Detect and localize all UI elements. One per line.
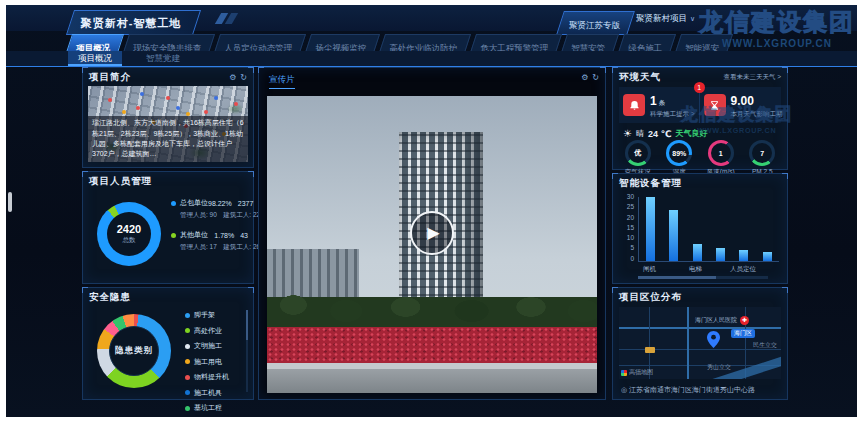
legend-item: 基坑工程 bbox=[185, 403, 229, 413]
legend-item: 施工用电 bbox=[185, 357, 229, 367]
hospital-cross-icon: ✚ bbox=[740, 316, 749, 325]
alert-label: 科学施工提示 > bbox=[650, 110, 695, 119]
weather-title: 环境天气 bbox=[619, 71, 661, 84]
road bbox=[267, 369, 597, 393]
video-tab-promo[interactable]: 宣传片 bbox=[269, 74, 295, 89]
header-bar: 聚贤新村-智慧工地 聚贤江苏专版 聚贤新村项目∨ bbox=[6, 5, 857, 31]
panel-smart-devices: 智能设备管理 302520 15105 0 闸机电梯 人员定位 bbox=[612, 173, 788, 284]
chevron-down-icon: ∨ bbox=[690, 15, 695, 22]
pin-icon: ◎ bbox=[621, 386, 627, 393]
legend-dot bbox=[185, 344, 190, 349]
weather-condition: 晴 bbox=[636, 128, 644, 139]
legend-item: 总包单位 98.22% 2377 管理人员: 90 建筑工人: 2287 bbox=[171, 198, 248, 220]
legend-scrollbar[interactable] bbox=[246, 310, 248, 392]
weather-forecast-link[interactable]: 查看未来三天天气 > bbox=[723, 73, 781, 82]
alert-badge: 1 bbox=[694, 82, 705, 93]
header-decoration bbox=[218, 13, 235, 24]
legend-dot bbox=[185, 328, 190, 333]
legend-dot bbox=[185, 390, 190, 395]
plot-area bbox=[638, 197, 779, 262]
devices-title: 智能设备管理 bbox=[619, 177, 682, 190]
bar bbox=[716, 248, 725, 261]
bar bbox=[646, 197, 655, 261]
hourglass-icon bbox=[704, 94, 726, 116]
legend-item: 其他单位 1.78% 43 管理人员: 17 建筑工人: 26 bbox=[171, 230, 248, 252]
panel-video: 宣传片 ⚙ ↻ ▶ bbox=[258, 67, 606, 400]
hospital-marker: 海门区人民医院 ✚ bbox=[695, 316, 749, 325]
hazard-legend: 脚手架 高处作业 文明施工 施工用电 物料提升机 施工机具 基坑工程 bbox=[185, 310, 229, 417]
app-title-box: 聚贤新村-智慧工地 bbox=[66, 10, 201, 35]
alarm-icon bbox=[623, 94, 645, 116]
legend-dot bbox=[171, 201, 176, 206]
personnel-donut: 2420 总数 bbox=[97, 202, 161, 266]
flower-bed bbox=[267, 327, 597, 363]
play-button[interactable]: ▶ bbox=[410, 211, 454, 255]
project-aerial-image: 瑞江路北侧、东方大道南侧，共16栋高层住宅（6栋21层、2栋23层、9栋25层）… bbox=[88, 86, 248, 162]
map-label: 秀山立交 bbox=[707, 363, 731, 372]
refresh-icon[interactable]: ↻ bbox=[592, 73, 599, 82]
marker-dots-red bbox=[108, 98, 112, 102]
legend-item: 文明施工 bbox=[185, 341, 229, 351]
device-bar-chart: 302520 15105 0 闸机电梯 人员定位 bbox=[621, 194, 779, 275]
personnel-total-label: 总数 bbox=[123, 236, 136, 245]
bar bbox=[763, 252, 772, 261]
construction-tip-tile[interactable]: 1条 科学施工提示 > 1 bbox=[619, 87, 699, 123]
impact-label: 本月天气影响工期 bbox=[731, 110, 783, 119]
legend-item: 高处作业 bbox=[185, 326, 229, 336]
y-axis: 302520 15105 0 bbox=[621, 194, 634, 262]
video-thumbnail: ▶ bbox=[267, 96, 597, 393]
weather-status: 天气良好 bbox=[675, 128, 707, 139]
intro-text: 瑞江路北侧、东方大道南侧，共16栋高层住宅（6栋21层、2栋23层、9栋25层）… bbox=[88, 116, 248, 162]
chart-scrollbar[interactable] bbox=[638, 276, 768, 279]
bar bbox=[669, 210, 678, 261]
x-axis-labels: 闸机电梯 人员定位 bbox=[638, 265, 779, 274]
legend-dot bbox=[185, 359, 190, 364]
marker-dots-blue bbox=[140, 92, 144, 96]
legend-dot bbox=[171, 233, 176, 238]
hazard-title: 安全隐患 bbox=[89, 291, 131, 304]
legend-item: 脚手架 bbox=[185, 310, 229, 320]
location-pin-icon bbox=[707, 331, 720, 352]
gauge-air: 优 空气状况 bbox=[617, 140, 659, 177]
project-selector[interactable]: 聚贤新村项目∨ bbox=[636, 13, 695, 25]
subtab-party-building[interactable]: 智慧党建 bbox=[136, 51, 190, 66]
current-weather: ☀ 晴 24 ℃ 天气良好 bbox=[623, 128, 707, 139]
gauge-humidity: 89% 湿度 bbox=[659, 140, 701, 177]
gear-icon[interactable]: ⚙ bbox=[229, 73, 236, 82]
legend-dot bbox=[185, 313, 190, 318]
map-attribution: 高德地图 bbox=[621, 368, 653, 377]
amap-logo bbox=[621, 370, 627, 376]
tree-line bbox=[267, 289, 597, 329]
map-label: 民生立交 bbox=[753, 341, 777, 350]
sub-tab-bar: 项目概况 智慧党建 bbox=[6, 51, 857, 67]
hazard-donut: 隐患类别 bbox=[97, 314, 171, 388]
district-road-label: 海门区 bbox=[731, 329, 755, 338]
project-address: ◎江苏省南通市海门区海门街道秀山中心路 bbox=[621, 385, 783, 395]
map[interactable]: 海门区人民医院 ✚ 海门区 秀山立交 民生立交 高德地图 bbox=[619, 307, 781, 379]
panel-location-map: 项目区位分布 海门区人民医院 ✚ 海门区 秀山立交 民生立交 高德地图 ◎江苏省… bbox=[612, 287, 788, 400]
dashboard: 聚贤新村-智慧工地 聚贤江苏专版 聚贤新村项目∨ 项目概况 现场安全隐患排查 人… bbox=[6, 5, 857, 417]
subtab-project-overview[interactable]: 项目概况 bbox=[68, 51, 122, 66]
play-icon: ▶ bbox=[427, 223, 439, 242]
hazard-center-label: 隐患类别 bbox=[115, 345, 153, 357]
road-number-badge bbox=[645, 347, 655, 353]
gear-icon[interactable]: ⚙ bbox=[581, 73, 588, 82]
panel-safety-hazard: 安全隐患 隐患类别 脚手架 高处作业 文明施工 施工用电 物料提升机 施工机具 … bbox=[82, 287, 254, 400]
legend-item: 物料提升机 bbox=[185, 372, 229, 382]
legend-item: 施工机具 bbox=[185, 388, 229, 398]
temperature: 24 ℃ bbox=[648, 129, 671, 139]
gauge-wind: 1 风速(m/s) bbox=[700, 140, 742, 177]
left-scrollbar-handle[interactable] bbox=[8, 192, 12, 212]
sun-icon: ☀ bbox=[623, 128, 632, 139]
personnel-title: 项目人员管理 bbox=[89, 175, 152, 188]
weather-impact-tile: 9.00 本月天气影响工期 bbox=[699, 87, 787, 123]
intro-title: 项目简介 bbox=[89, 71, 131, 84]
weather-tiles: 1条 科学施工提示 > 1 9.00 本月天气影响工期 bbox=[619, 87, 781, 123]
edition-button[interactable]: 聚贤江苏专版 bbox=[556, 11, 635, 35]
environment-gauges: 优 空气状况 89% 湿度 1 风速(m/s) 7 PM 2.5 bbox=[617, 140, 783, 177]
map-road bbox=[619, 327, 781, 329]
app-title: 聚贤新村-智慧工地 bbox=[81, 16, 182, 31]
legend-dot bbox=[185, 406, 190, 411]
refresh-icon[interactable]: ↻ bbox=[240, 73, 247, 82]
legend-dot bbox=[185, 375, 190, 380]
